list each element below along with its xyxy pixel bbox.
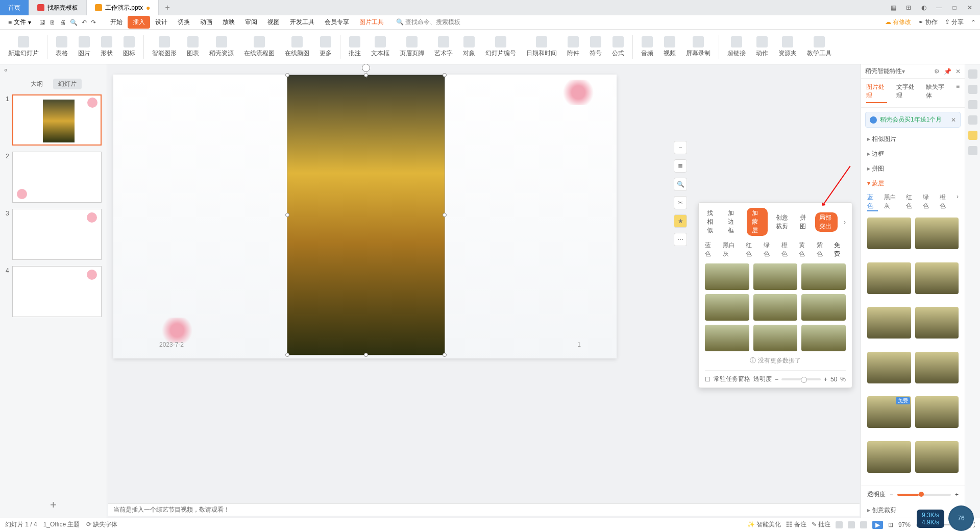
rb-link[interactable]: 超链接: [723, 34, 750, 60]
redo-button[interactable]: ↷: [91, 19, 96, 26]
smart-button[interactable]: ★: [674, 214, 687, 228]
close-button[interactable]: ✕: [965, 4, 975, 11]
vrail-5[interactable]: [968, 131, 977, 140]
rgrid-cell[interactable]: [915, 396, 959, 428]
handle-mr[interactable]: [443, 213, 447, 217]
mask-cell[interactable]: [753, 263, 798, 290]
r-opacity-slider[interactable]: [897, 494, 951, 496]
mask-cell[interactable]: [753, 325, 798, 351]
rb-video[interactable]: 视频: [659, 34, 680, 60]
search-command[interactable]: 🔍 查找命令、搜索模板: [396, 18, 460, 27]
add-slide-button[interactable]: +: [0, 492, 107, 518]
print-icon[interactable]: 🖨: [60, 19, 66, 26]
rctab-blue[interactable]: 蓝色: [867, 193, 878, 211]
opacity-plus[interactable]: +: [824, 376, 827, 383]
slide-thumb-1[interactable]: 1: [2, 94, 102, 146]
rb-symbol[interactable]: 符号: [585, 34, 606, 60]
rpanel-settings-icon[interactable]: ⚙: [934, 68, 940, 75]
ptab-highlight[interactable]: 局部突出: [815, 212, 838, 232]
rb-flowchart[interactable]: 在线流程图: [240, 34, 279, 60]
avatar-icon[interactable]: ◐: [919, 4, 929, 11]
rctab-orange[interactable]: 橙色: [940, 193, 950, 211]
zoom-fit-icon[interactable]: ⊡: [888, 521, 893, 528]
ribtab-member[interactable]: 会员专享: [320, 16, 354, 29]
mask-cell[interactable]: [705, 325, 749, 351]
ctab-orange[interactable]: 橙色: [781, 241, 793, 258]
ribtab-devtools[interactable]: 开发工具: [285, 16, 320, 29]
layers-button[interactable]: ≣: [674, 159, 687, 173]
selected-image[interactable]: [287, 75, 445, 355]
rgrid-cell[interactable]: [867, 218, 911, 249]
ctab-blue[interactable]: 蓝色: [705, 241, 717, 258]
rctab-next[interactable]: ›: [957, 193, 959, 211]
ribtab-view[interactable]: 视图: [262, 16, 285, 29]
vrail-1[interactable]: [968, 69, 977, 79]
rb-equation[interactable]: 公式: [608, 34, 628, 60]
mask-cell[interactable]: [705, 263, 749, 290]
mask-cell[interactable]: [801, 325, 846, 351]
tab-home[interactable]: 首页: [0, 0, 29, 15]
handle-bl[interactable]: [285, 353, 289, 357]
rb-docer[interactable]: 稻壳资源: [205, 34, 238, 60]
ribtab-design[interactable]: 设计: [150, 16, 173, 29]
ribtab-slideshow[interactable]: 放映: [217, 16, 240, 29]
handle-ml[interactable]: [285, 213, 289, 217]
handle-tc[interactable]: [364, 73, 368, 77]
canvas-area[interactable]: 2023-7-2 1 − ≣ 🔍 ✂ ★ ⋯ 找相似 加边框 加蒙层 创意裁剪 …: [107, 64, 861, 518]
rb-smartart[interactable]: 智能图形: [148, 34, 181, 60]
rgrid-cell[interactable]: [867, 441, 911, 473]
opacity-slider[interactable]: [781, 378, 821, 380]
rb-audio[interactable]: 音频: [637, 34, 657, 60]
ribtab-review[interactable]: 审阅: [240, 16, 262, 29]
mask-cell[interactable]: [801, 294, 846, 321]
rb-wordart[interactable]: 艺术字: [430, 34, 457, 60]
play-button[interactable]: ▶: [872, 521, 883, 529]
unsaved-indicator[interactable]: ☁ 有修改: [885, 18, 911, 27]
zoom-button[interactable]: 🔍: [674, 178, 687, 191]
banner-close-icon[interactable]: ✕: [951, 116, 956, 124]
mask-cell[interactable]: [705, 294, 749, 321]
ptab-next[interactable]: ›: [844, 219, 846, 226]
rgrid-cell[interactable]: [915, 441, 959, 473]
minimize-button[interactable]: —: [934, 4, 944, 11]
preview-icon[interactable]: 🔍: [70, 19, 78, 26]
collapse-thumbs-button[interactable]: «: [0, 64, 107, 76]
pin-checkbox[interactable]: ☐: [705, 376, 710, 383]
rb-table[interactable]: 表格: [52, 34, 72, 60]
rctab-bw[interactable]: 黑白灰: [884, 193, 900, 211]
rb-icon[interactable]: 图标: [119, 34, 139, 60]
acc-mask[interactable]: 蒙层: [861, 176, 965, 191]
rtab-image[interactable]: 图片处理: [866, 83, 887, 103]
handle-tr[interactable]: [443, 73, 447, 77]
rb-more[interactable]: 更多: [315, 34, 336, 60]
rgrid-cell[interactable]: 免费: [867, 396, 911, 428]
coop-button[interactable]: ⚭ 协作: [918, 18, 937, 27]
comments-button[interactable]: ✎ 批注: [812, 520, 830, 529]
rb-newslide[interactable]: 新建幻灯片: [4, 34, 43, 60]
rctab-green[interactable]: 绿色: [923, 193, 934, 211]
rb-headerfooter[interactable]: 页眉页脚: [396, 34, 428, 60]
ribtab-insert[interactable]: 插入: [128, 16, 150, 29]
mask-cell[interactable]: [753, 294, 798, 321]
collapse-ribbon-button[interactable]: ⌃: [971, 19, 976, 26]
ctab-green[interactable]: 绿色: [764, 241, 775, 258]
share-button[interactable]: ⇪ 分享: [945, 18, 964, 27]
save-icon[interactable]: 🖫: [39, 19, 45, 26]
rb-resource[interactable]: 资源夹: [774, 34, 801, 60]
rtab-fonts[interactable]: 缺失字体: [926, 83, 947, 103]
rb-slidenum[interactable]: 幻灯片编号: [481, 34, 520, 60]
slide-editor[interactable]: 2023-7-2 1: [113, 75, 617, 358]
rb-picture[interactable]: 图片: [74, 34, 94, 60]
apps-icon[interactable]: ⊞: [903, 4, 914, 11]
ribtab-start[interactable]: 开始: [105, 16, 128, 29]
tab-templates[interactable]: 找稻壳模板: [29, 0, 87, 15]
promo-banner[interactable]: 稻壳会员买1年送1个月 ✕: [865, 112, 961, 128]
file-menu[interactable]: ≡ 文件 ▾: [4, 18, 35, 27]
rotate-handle[interactable]: [362, 64, 370, 72]
outline-tab[interactable]: 大纲: [26, 79, 48, 89]
view-normal-icon[interactable]: [836, 521, 843, 528]
ctab-red[interactable]: 红色: [746, 241, 757, 258]
rb-textbox[interactable]: 文本框: [367, 34, 394, 60]
vrail-6[interactable]: [968, 146, 977, 155]
ctab-bw[interactable]: 黑白灰: [723, 241, 740, 258]
